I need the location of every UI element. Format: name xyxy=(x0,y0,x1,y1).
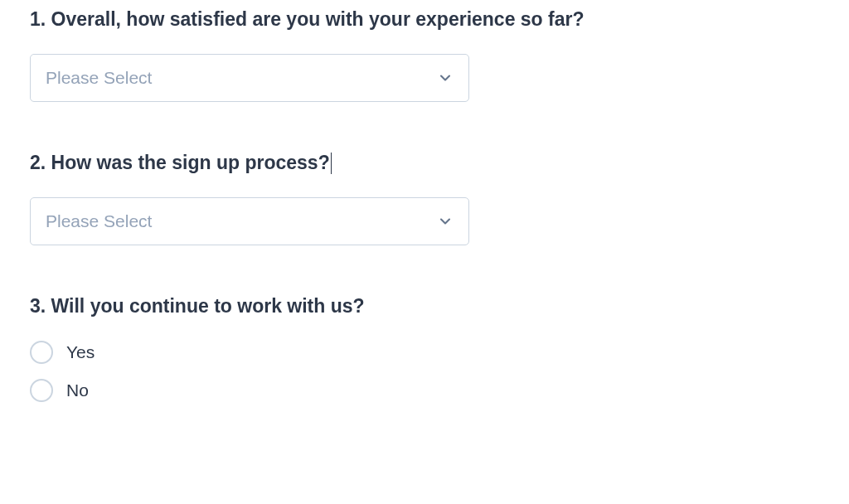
select-placeholder: Please Select xyxy=(46,68,152,88)
radio-group: Yes No xyxy=(30,341,819,402)
question-3-text: Will you continue to work with us? xyxy=(51,295,365,317)
radio-label-no: No xyxy=(66,380,89,400)
select-placeholder: Please Select xyxy=(46,211,152,231)
question-1-label: 1. Overall, how satisfied are you with y… xyxy=(30,8,819,31)
question-2-label: 2. How was the sign up process? xyxy=(30,152,819,174)
radio-circle-icon xyxy=(30,379,53,402)
chevron-down-icon xyxy=(437,213,454,230)
question-1: 1. Overall, how satisfied are you with y… xyxy=(30,8,819,102)
radio-option-no[interactable]: No xyxy=(30,379,819,402)
text-cursor xyxy=(331,153,332,174)
question-2-number: 2. xyxy=(30,152,46,174)
question-2: 2. How was the sign up process? Please S… xyxy=(30,152,819,245)
question-1-number: 1. xyxy=(30,8,46,31)
radio-circle-icon xyxy=(30,341,53,364)
chevron-down-icon xyxy=(437,70,454,86)
radio-option-yes[interactable]: Yes xyxy=(30,341,819,364)
radio-label-yes: Yes xyxy=(66,342,95,362)
question-3-number: 3. xyxy=(30,295,46,317)
question-3-label: 3. Will you continue to work with us? xyxy=(30,295,819,317)
question-3: 3. Will you continue to work with us? Ye… xyxy=(30,295,819,402)
question-2-select[interactable]: Please Select xyxy=(30,197,469,245)
question-1-text: Overall, how satisfied are you with your… xyxy=(51,8,585,31)
question-2-text: How was the sign up process? xyxy=(51,152,330,174)
question-1-select[interactable]: Please Select xyxy=(30,54,469,102)
